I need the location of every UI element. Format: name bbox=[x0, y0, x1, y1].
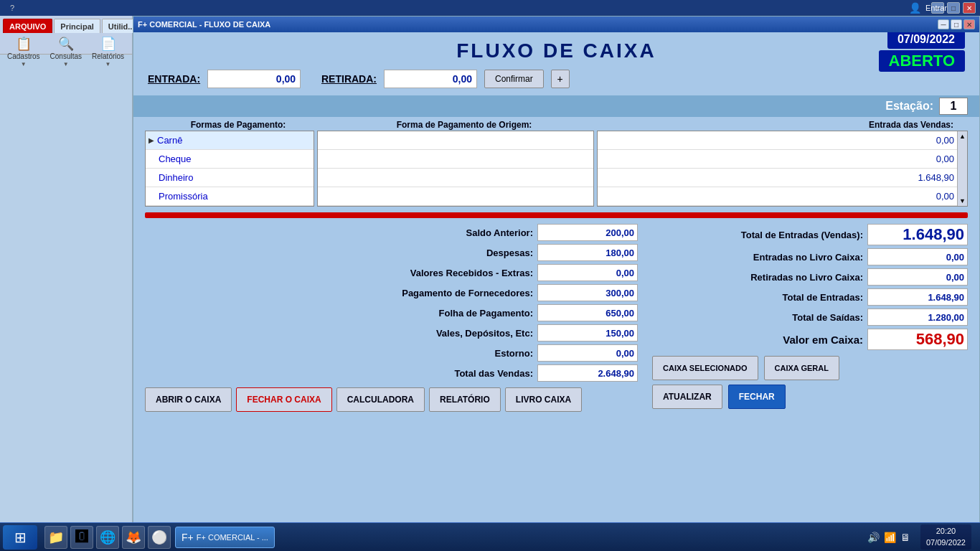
total-saidas-label: Total de Saídas: bbox=[792, 312, 863, 323]
val-cheque: 0,00 bbox=[598, 150, 957, 169]
windows-icon: ⊞ bbox=[14, 529, 27, 546]
fechar-button[interactable]: FECHAR bbox=[728, 385, 786, 409]
caixa-selecionado-button[interactable]: CAIXA SELECIONADO bbox=[652, 356, 758, 380]
taskbar-chrome[interactable]: ⚪ bbox=[148, 526, 171, 549]
red-separator bbox=[145, 212, 968, 218]
total-entradas-vendas-input[interactable] bbox=[867, 224, 968, 245]
win-close[interactable]: ✕ bbox=[963, 19, 975, 29]
pagamento-fornecedores-input[interactable] bbox=[537, 284, 638, 301]
retirada-input[interactable] bbox=[384, 70, 477, 88]
retiradas-livro-input[interactable] bbox=[867, 268, 968, 286]
col3-header: Entrada das Vendas: bbox=[597, 120, 968, 130]
atualizar-button[interactable]: ATUALIZAR bbox=[652, 385, 722, 409]
win-minimize[interactable]: ─ bbox=[938, 19, 949, 29]
valor-caixa-label: Valor em Caixa: bbox=[783, 334, 863, 346]
entradas-livro-label: Entradas no Livro Caixa: bbox=[753, 252, 863, 263]
window-title: F+ COMERCIAL - FLUXO DE CAIXA bbox=[138, 20, 270, 29]
saldo-anterior-input[interactable] bbox=[537, 224, 638, 241]
close-button[interactable]: ✕ bbox=[963, 2, 976, 14]
despesas-label: Despesas: bbox=[486, 248, 533, 258]
saldo-anterior-label: Saldo Anterior: bbox=[466, 227, 533, 238]
caixa-geral-button[interactable]: CAIXA GERAL bbox=[764, 356, 839, 380]
estacao-value: 1 bbox=[939, 98, 968, 115]
entradas-livro-input[interactable] bbox=[867, 248, 968, 265]
val-promissoria: 0,00 bbox=[598, 187, 957, 206]
volume-icon[interactable]: 🔊 bbox=[867, 532, 880, 543]
despesas-input[interactable] bbox=[537, 244, 638, 261]
total-saidas-input[interactable] bbox=[867, 309, 968, 326]
entrada-input[interactable] bbox=[207, 70, 301, 88]
retiradas-livro-label: Retiradas no Livro Caixa: bbox=[750, 272, 863, 283]
confirmar-button[interactable]: Confirmar bbox=[484, 70, 544, 88]
val-carne: 0,00 bbox=[598, 131, 957, 150]
val-dinheiro: 1.648,90 bbox=[598, 169, 957, 187]
row-dinheiro[interactable]: Dinheiro bbox=[146, 169, 314, 187]
folha-pagamento-label: Folha de Pagamento: bbox=[439, 308, 533, 319]
col1-header: Formas de Pagamento: bbox=[145, 120, 317, 130]
taskbar-ie[interactable]: 🌐 bbox=[96, 526, 119, 549]
estorno-input[interactable] bbox=[537, 344, 638, 362]
relatorio-button[interactable]: RELATÓRIO bbox=[429, 387, 501, 412]
plus-button[interactable]: + bbox=[551, 70, 570, 88]
restore-button[interactable]: □ bbox=[947, 2, 960, 14]
total-vendas-input[interactable] bbox=[537, 364, 638, 382]
total-vendas-label: Total das Vendas: bbox=[454, 368, 533, 379]
consultas-button[interactable]: 🔍 Consultas ▼ bbox=[50, 36, 82, 67]
total-entradas-input[interactable] bbox=[867, 288, 968, 306]
battery-icon[interactable]: 🖥 bbox=[900, 532, 910, 543]
retirada-label: RETIRADA: bbox=[321, 73, 377, 85]
vales-input[interactable] bbox=[537, 324, 638, 342]
taskbar-explorer[interactable]: 📁 bbox=[44, 526, 67, 549]
network-icon[interactable]: 📶 bbox=[884, 532, 896, 543]
row-cheque[interactable]: Cheque bbox=[146, 150, 314, 169]
taskbar-firefox[interactable]: 🦊 bbox=[122, 526, 145, 549]
folha-pagamento-input[interactable] bbox=[537, 304, 638, 321]
app-title: FLUXO DE CAIXA bbox=[148, 39, 965, 62]
estacao-label: Estação: bbox=[885, 100, 933, 113]
start-button[interactable]: ⊞ bbox=[3, 525, 37, 550]
tab-arquivo[interactable]: ARQUIVO bbox=[3, 19, 52, 33]
valores-recebidos-input[interactable] bbox=[537, 264, 638, 281]
scroll-down-icon[interactable]: ▼ bbox=[958, 196, 967, 206]
date-box: 07/09/2022 bbox=[887, 32, 965, 49]
scroll-up-icon[interactable]: ▲ bbox=[958, 131, 967, 141]
row-promissoria[interactable]: Promissória bbox=[146, 187, 314, 206]
user-icon: 👤 bbox=[909, 2, 921, 14]
taskbar-opera[interactable]: 🅾 bbox=[70, 526, 93, 549]
calculadora-button[interactable]: CALCULADORA bbox=[336, 387, 425, 412]
status-box: ABERTO bbox=[879, 50, 966, 72]
vales-label: Vales, Depósitos, Etc: bbox=[436, 328, 533, 339]
estorno-label: Estorno: bbox=[495, 348, 533, 359]
taskbar-clock[interactable]: 20:20 07/09/2022 bbox=[920, 524, 971, 550]
entrada-label: ENTRADA: bbox=[148, 73, 200, 85]
row-carne[interactable]: ▶ Carnê bbox=[146, 131, 314, 150]
cadastros-button[interactable]: 📋 Cadastros ▼ bbox=[7, 36, 40, 67]
fechar-caixa-button[interactable]: FECHAR O CAIXA bbox=[236, 387, 331, 412]
col2-header: Forma de Pagamento de Origem: bbox=[317, 120, 597, 130]
livro-caixa-button[interactable]: LIVRO CAIXA bbox=[505, 387, 582, 412]
win-restore[interactable]: □ bbox=[951, 19, 962, 29]
taskbar-app-button[interactable]: F+ F+ COMERCIAL - ... bbox=[175, 527, 275, 548]
relatorios-button[interactable]: 📄 Relatórios ▼ bbox=[92, 36, 124, 67]
entrar-label[interactable]: Entrar bbox=[925, 4, 947, 12]
valor-caixa-input[interactable] bbox=[867, 329, 968, 350]
valores-recebidos-label: Valores Recebidos - Extras: bbox=[410, 268, 533, 278]
abrir-caixa-button[interactable]: ABRIR O CAIXA bbox=[145, 387, 232, 412]
pagamento-fornecedores-label: Pagamento de Fornecedores: bbox=[402, 288, 533, 298]
help-icon[interactable]: ? bbox=[10, 4, 14, 12]
consultas-icon: 🔍 bbox=[58, 36, 74, 52]
tab-principal[interactable]: Principal bbox=[54, 19, 100, 33]
total-entradas-label: Total de Entradas: bbox=[783, 292, 863, 303]
total-entradas-vendas-label: Total de Entradas (Vendas): bbox=[741, 230, 863, 240]
relatorios-icon: 📄 bbox=[100, 36, 116, 52]
cadastros-icon: 📋 bbox=[16, 36, 32, 52]
